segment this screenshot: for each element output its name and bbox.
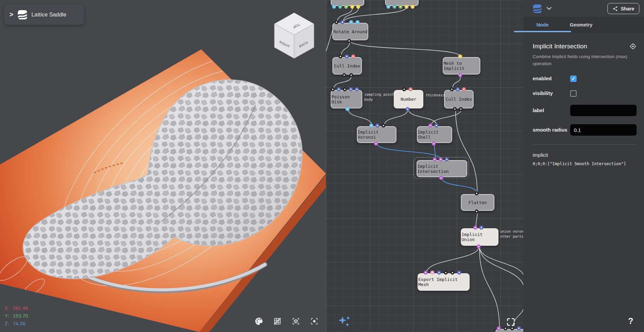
port-yellow-out-4[interactable]	[411, 5, 415, 9]
graph-node-cull-index-1[interactable]: Cull Index	[332, 57, 362, 75]
port-indigo-in-1[interactable]	[375, 124, 379, 128]
graph-node-rotate-around[interactable]: Rotate Around	[332, 23, 368, 40]
port-black-out-0[interactable]	[453, 107, 457, 111]
port-yellow-out-3[interactable]	[350, 5, 354, 9]
port-lightblue-in-0[interactable]	[369, 124, 373, 128]
port-yellow-out-3[interactable]	[405, 5, 409, 9]
port-yellow-in-0[interactable]	[458, 54, 462, 58]
port-indigo-in-1[interactable]	[434, 124, 438, 128]
ai-sparkles-icon[interactable]	[337, 315, 352, 330]
help-button[interactable]: ?	[628, 316, 633, 326]
graph-node-implicit-voronoi[interactable]: Implicit Voronoi	[357, 126, 396, 143]
port-purple-in-1[interactable]	[439, 157, 443, 161]
port-green-out-2[interactable]	[398, 5, 402, 9]
port-black-in-0[interactable]	[331, 87, 335, 91]
port-purple-in-0[interactable]	[473, 226, 477, 230]
port-purple-in-0[interactable]	[424, 271, 428, 275]
port-black-in-3[interactable]	[444, 271, 448, 275]
edge-15[interactable]	[442, 177, 477, 194]
port-purple-in-0[interactable]	[433, 157, 437, 161]
port-lightblue-in-2[interactable]	[349, 20, 353, 24]
port-lightblue-out-0[interactable]	[345, 107, 350, 111]
port-black-out-0[interactable]	[475, 209, 479, 214]
port-purple-in-0[interactable]	[428, 124, 432, 128]
palette-icon[interactable]	[254, 317, 264, 326]
port-black-in-4[interactable]	[450, 271, 454, 275]
port-black-out-0[interactable]	[342, 73, 346, 77]
port-black-in-2[interactable]	[343, 87, 347, 91]
graph-node-cull-index-2[interactable]: Cull Index	[444, 90, 474, 108]
graph-node-implicit-shell[interactable]: Implicit Shell	[417, 126, 452, 143]
grid-off-icon[interactable]	[273, 317, 282, 326]
port-black-in-0[interactable]	[334, 20, 338, 24]
port-indigo-in-1[interactable]	[456, 87, 460, 91]
port-indigo-in-3[interactable]	[517, 326, 521, 330]
graph-node-top-node-b[interactable]	[385, 0, 419, 6]
port-yellow-out-4[interactable]	[356, 5, 360, 9]
graph-node-export-implicit-mesh[interactable]: Export Implicit Mesh	[418, 273, 470, 291]
port-purple-out-0[interactable]	[374, 142, 378, 146]
edge-19[interactable]	[479, 246, 523, 279]
focus-icon[interactable]	[310, 317, 319, 326]
port-indigo-in-1[interactable]	[345, 54, 349, 58]
app-logo-blue-icon[interactable]	[533, 4, 542, 13]
port-pink-in-1[interactable]	[430, 271, 434, 275]
port-teal-out-1[interactable]	[392, 5, 396, 9]
port-red-in-1[interactable]	[409, 87, 413, 91]
enabled-checkbox[interactable]: ✓	[570, 76, 577, 82]
chevron-down-icon[interactable]	[547, 7, 551, 10]
port-indigo-in-1[interactable]	[340, 20, 344, 24]
port-lightblue-out-0[interactable]	[332, 5, 336, 9]
graph-node-implicit-union[interactable]: Implicit Union	[461, 228, 498, 246]
port-indigo-in-4[interactable]	[355, 87, 359, 91]
tab-geometry[interactable]: Geometry	[562, 17, 600, 32]
collapse-chevron-icon[interactable]: >	[9, 11, 13, 18]
port-purple-out-0[interactable]	[439, 176, 443, 180]
graph-node-flatten[interactable]: Flatten	[461, 194, 494, 211]
label-input[interactable]	[570, 105, 637, 116]
port-red-in-2[interactable]	[351, 54, 355, 58]
graph-node-mesh-to-implicit[interactable]: Mesh to Implicit	[443, 57, 480, 75]
graph-node-implicit-intersection[interactable]: Implicit Intersection	[417, 160, 467, 177]
port-purple-out-0[interactable]	[477, 244, 481, 248]
port-purple-in-0[interactable]	[497, 326, 501, 330]
edge-5[interactable]	[350, 40, 461, 57]
port-black-in-0[interactable]	[450, 87, 454, 91]
edge-18[interactable]	[479, 246, 499, 329]
viewport-3d[interactable]: > Lattice Saddle TOP RIGHT BACK X:281.48…	[0, 0, 326, 332]
visibility-checkbox[interactable]	[570, 90, 577, 97]
port-black-out-0[interactable]	[347, 39, 351, 43]
port-purple-out-0[interactable]	[458, 73, 462, 77]
edge-12[interactable]	[455, 108, 477, 194]
share-button[interactable]: Share	[607, 3, 639, 14]
port-indigo-in-1[interactable]	[479, 226, 483, 230]
edge-10[interactable]	[408, 108, 437, 126]
smooth-radius-input[interactable]: 0.1	[570, 124, 637, 136]
graph-node-poisson-disk[interactable]: Poisson Disk	[331, 90, 362, 108]
port-lightblue-in-3[interactable]	[356, 20, 360, 24]
graph-node-bottom-node[interactable]	[495, 329, 523, 332]
fit-model-icon[interactable]	[291, 317, 301, 326]
tab-node[interactable]: Node	[523, 17, 562, 32]
port-indigo-in-2[interactable]	[437, 271, 441, 275]
port-black-in-0[interactable]	[475, 191, 479, 195]
port-indigo-in-3[interactable]	[349, 87, 353, 91]
port-indigo-out-0[interactable]	[406, 107, 410, 111]
port-black-in-0[interactable]	[402, 87, 406, 91]
port-teal-out-1[interactable]	[338, 5, 342, 9]
port-purple-out-0[interactable]	[432, 142, 436, 146]
port-indigo-in-2[interactable]	[445, 157, 449, 161]
view-cube[interactable]: TOP RIGHT BACK	[272, 11, 317, 61]
port-black-out-1[interactable]	[459, 107, 463, 111]
port-indigo-in-5[interactable]	[457, 271, 461, 275]
frame-all-icon[interactable]	[506, 317, 516, 327]
port-black-in-2[interactable]	[381, 124, 385, 128]
port-lightblue-out-0[interactable]	[386, 5, 390, 9]
locate-node-icon[interactable]	[629, 43, 637, 50]
port-black-in-0[interactable]	[338, 54, 342, 58]
port-black-out-1[interactable]	[349, 73, 353, 77]
edge-17[interactable]	[426, 246, 479, 273]
edge-9[interactable]	[384, 108, 408, 126]
graph-node-top-node-a[interactable]	[331, 0, 364, 6]
edge-8[interactable]	[348, 108, 372, 126]
